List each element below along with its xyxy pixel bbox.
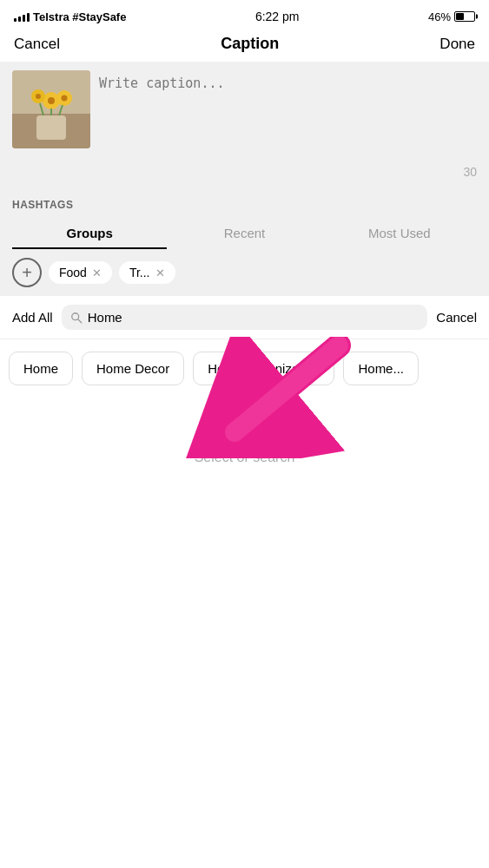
page-wrapper: Telstra #StaySafe 6:22 pm 46% Cancel Cap…: [0, 0, 489, 868]
caption-thumbnail: [12, 70, 90, 148]
status-time: 6:22 pm: [255, 10, 300, 23]
add-chip-button[interactable]: +: [12, 258, 42, 287]
svg-point-9: [48, 97, 55, 104]
add-all-button[interactable]: Add All: [12, 310, 53, 325]
svg-rect-2: [36, 115, 66, 140]
search-input[interactable]: [88, 310, 420, 325]
search-row: Add All Cancel: [0, 296, 489, 339]
page-title: Caption: [221, 35, 279, 53]
signal-bar-2: [18, 16, 21, 22]
select-or-search: Select or search: [0, 398, 489, 483]
status-left: Telstra #StaySafe: [14, 10, 126, 23]
suggestion-home[interactable]: Home: [9, 352, 73, 385]
chip-tr: Tr... ✕: [119, 261, 175, 284]
caption-input[interactable]: [90, 70, 477, 179]
hashtags-label: HASHTAGS: [12, 199, 73, 211]
svg-point-10: [36, 94, 41, 99]
tabs-container: Groups Recent Most Used: [0, 212, 489, 249]
tab-groups[interactable]: Groups: [12, 219, 167, 249]
search-cancel-button[interactable]: Cancel: [436, 310, 477, 325]
char-count: 30: [463, 165, 477, 179]
chips-row: + Food ✕ Tr... ✕: [0, 249, 489, 296]
battery-icon: [454, 11, 475, 22]
signal-bar-4: [27, 13, 30, 22]
battery-percent: 46%: [428, 10, 451, 23]
chip-food: Food ✕: [49, 261, 112, 284]
search-container: [62, 305, 428, 330]
suggestion-home-more[interactable]: Home...: [343, 352, 419, 385]
bottom-panel: Add All Cancel Home Home Decor Home Orga…: [0, 296, 489, 765]
chip-food-remove[interactable]: ✕: [92, 266, 102, 279]
hashtags-section: HASHTAGS: [0, 187, 489, 212]
chip-tr-label: Tr...: [129, 266, 150, 279]
thumbnail-image: [12, 70, 90, 148]
status-bar: Telstra #StaySafe 6:22 pm 46%: [0, 0, 489, 31]
nav-done-button[interactable]: Done: [439, 36, 475, 53]
battery-fill: [456, 13, 464, 20]
caption-area: 30: [0, 62, 489, 187]
nav-bar: Cancel Caption Done: [0, 31, 489, 62]
signal-bars-icon: [14, 11, 30, 22]
suggestion-home-organization[interactable]: Home Organization: [193, 352, 334, 385]
chip-food-label: Food: [59, 266, 87, 279]
suggestions-row: Home Home Decor Home Organization Home..…: [0, 339, 489, 398]
nav-cancel-button[interactable]: Cancel: [14, 36, 60, 53]
svg-point-11: [62, 95, 68, 102]
suggestion-home-decor[interactable]: Home Decor: [82, 352, 184, 385]
tab-most-used[interactable]: Most Used: [322, 219, 477, 249]
signal-bar-3: [23, 15, 25, 22]
search-icon: [70, 312, 83, 324]
carrier-label: Telstra #StaySafe: [33, 10, 126, 23]
signal-bar-1: [14, 18, 17, 22]
chip-tr-remove[interactable]: ✕: [155, 266, 165, 279]
status-right: 46%: [428, 10, 475, 23]
tab-recent[interactable]: Recent: [167, 219, 321, 249]
svg-line-13: [77, 319, 81, 322]
